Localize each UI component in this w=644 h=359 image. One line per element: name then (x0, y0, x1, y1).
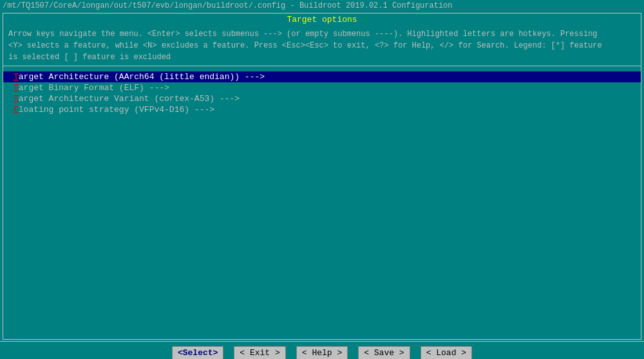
main-container: Target options Arrow keys navigate the m… (3, 13, 641, 340)
menu-area: Target Architecture (AArch64 (little end… (3, 66, 641, 339)
bottom-button-2[interactable]: < Help > (296, 346, 348, 359)
bottom-button-4[interactable]: < Load > (421, 346, 472, 359)
bottom-bar: <Select>< Exit >< Help >< Save >< Load > (0, 341, 644, 359)
help-line-3: is selected [ ] feature is excluded (8, 51, 636, 63)
bottom-button-3[interactable]: < Save > (358, 346, 410, 359)
hotkey-char: T (14, 83, 19, 93)
section-label: Target options (287, 15, 357, 24)
menu-item-3[interactable]: Floating point strategy (VFPv4-D16) ---> (3, 104, 641, 115)
help-line-2: <Y> selects a feature, while <N> exclude… (8, 40, 636, 51)
help-line-1: Arrow keys navigate the menu. <Enter> se… (8, 28, 636, 40)
hotkey-char: F (14, 105, 19, 115)
bottom-button-0[interactable]: <Select> (172, 346, 223, 359)
help-text: Arrow keys navigate the menu. <Enter> se… (3, 26, 641, 66)
hotkey-char: T (14, 94, 19, 104)
section-title: Target options (3, 14, 641, 26)
menu-item-1[interactable]: Target Binary Format (ELF) ---> (3, 82, 641, 93)
title-text: /mt/TQ1507/CoreA/longan/out/t507/evb/lon… (3, 1, 453, 10)
menu-item-2[interactable]: Target Architecture Variant (cortex-A53)… (3, 93, 641, 104)
bottom-button-1[interactable]: < Exit > (234, 346, 285, 359)
hotkey-char: T (14, 72, 19, 82)
title-bar: /mt/TQ1507/CoreA/longan/out/t507/evb/lon… (0, 0, 644, 12)
menu-item-0[interactable]: Target Architecture (AArch64 (little end… (3, 71, 641, 82)
